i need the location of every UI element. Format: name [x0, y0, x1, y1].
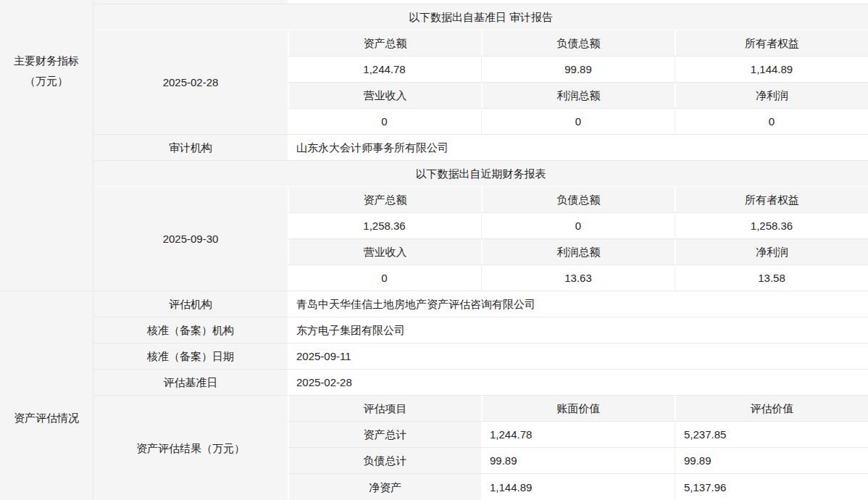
recent-total-assets-value: 1,258.36: [288, 213, 481, 239]
header-book-value: 账面价值: [481, 396, 675, 422]
result-row-assessed-value-total-assets: 5,237.85: [675, 422, 868, 448]
valuation-agency-label: 评估机构: [93, 291, 288, 317]
financial-disclosure-table: 主要财务指标 （万元） 资产评估情况 以下数据出自基准日 审计报告 2025-0…: [0, 0, 868, 500]
header-total-liabilities: 负债总额: [481, 30, 675, 57]
header-total-liabilities: 负债总额: [481, 187, 675, 213]
section-label-line1: 主要财务指标: [14, 51, 79, 71]
header-operating-revenue: 营业收入: [288, 239, 481, 265]
baseline-total-liabilities-value: 99.89: [481, 57, 675, 83]
recent-total-profit-value: 13.63: [481, 265, 675, 291]
section-label-asset-valuation: 资产评估情况: [0, 291, 93, 500]
result-row-item-total-assets: 资产总计: [288, 422, 481, 448]
section-label-financial-indicators: 主要财务指标 （万元）: [0, 0, 93, 291]
valuation-base-date-value: 2025-02-28: [288, 370, 868, 396]
valuation-result-label: 资产评估结果（万元）: [93, 396, 288, 500]
recent-owners-equity-value: 1,258.36: [675, 213, 868, 239]
baseline-date-cell: 2025-02-28: [93, 30, 288, 135]
header-valuation-item: 评估项目: [288, 396, 481, 422]
approval-date-value: 2025-09-11: [288, 343, 868, 370]
header-net-profit: 净利润: [675, 239, 868, 265]
header-total-assets: 资产总额: [288, 30, 481, 57]
result-row-book-value-total-liabilities: 99.89: [481, 448, 675, 474]
valuation-base-date-label: 评估基准日: [93, 370, 288, 396]
recent-operating-revenue-value: 0: [288, 265, 481, 291]
approval-agency-value: 东方电子集团有限公司: [288, 317, 868, 343]
baseline-operating-revenue-value: 0: [288, 109, 481, 135]
header-total-assets: 资产总额: [288, 187, 481, 213]
section-label-line2: （万元）: [25, 71, 68, 91]
result-row-assessed-value-net-assets: 5,137.96: [675, 474, 868, 500]
baseline-total-assets-value: 1,244.78: [288, 57, 481, 83]
banner-baseline-audit-report: 以下数据出自基准日 审计报告: [93, 4, 868, 30]
result-row-book-value-total-assets: 1,244.78: [481, 422, 675, 448]
recent-total-liabilities-value: 0: [481, 213, 675, 239]
audit-agency-label: 审计机构: [93, 135, 288, 161]
baseline-total-profit-value: 0: [481, 109, 675, 135]
baseline-owners-equity-value: 1,144.89: [675, 57, 868, 83]
recent-net-profit-value: 13.58: [675, 265, 868, 291]
header-owners-equity: 所有者权益: [675, 187, 868, 213]
baseline-net-profit-value: 0: [675, 109, 868, 135]
result-row-item-total-liabilities: 负债总计: [288, 448, 481, 474]
result-row-book-value-net-assets: 1,144.89: [481, 474, 675, 500]
banner-recent-financial-statements: 以下数据出自近期财务报表: [93, 161, 868, 187]
header-total-profit: 利润总额: [481, 83, 675, 109]
result-row-assessed-value-total-liabilities: 99.89: [675, 448, 868, 474]
header-total-profit: 利润总额: [481, 239, 675, 265]
result-row-item-net-assets: 净资产: [288, 474, 481, 500]
section-label-valuation-text: 资产评估情况: [14, 408, 79, 428]
audit-agency-value: 山东永大会计师事务所有限公司: [288, 135, 868, 161]
header-assessed-value: 评估价值: [675, 396, 868, 422]
header-owners-equity: 所有者权益: [675, 30, 868, 57]
recent-date-cell: 2025-09-30: [93, 187, 288, 291]
approval-agency-label: 核准（备案）机构: [93, 317, 288, 343]
valuation-agency-value: 青岛中天华佳信土地房地产资产评估咨询有限公司: [288, 291, 868, 317]
header-operating-revenue: 营业收入: [288, 83, 481, 109]
header-net-profit: 净利润: [675, 83, 868, 109]
approval-date-label: 核准（备案）日期: [93, 343, 288, 370]
